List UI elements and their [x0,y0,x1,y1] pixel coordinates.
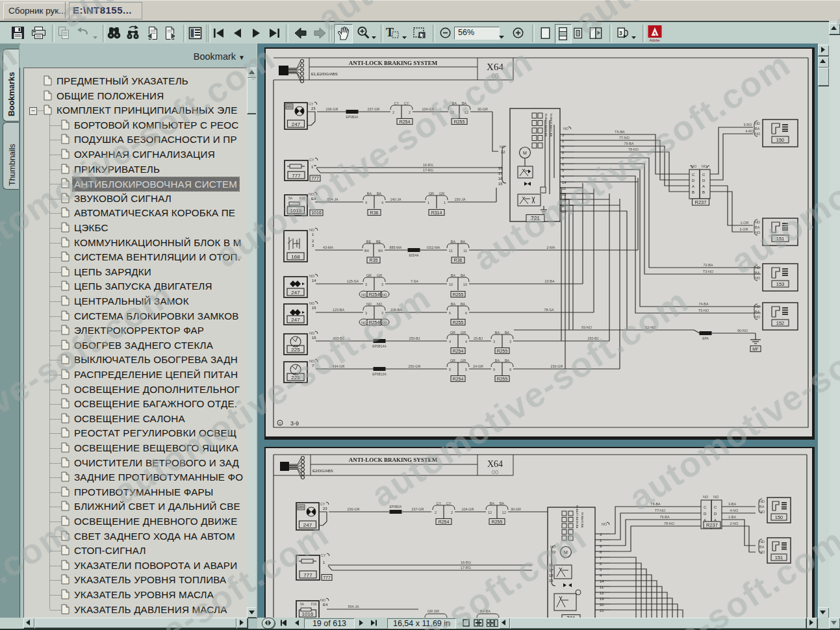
svg-text:79-BA: 79-BA [660,515,670,519]
svg-text:R254: R254 [453,377,464,381]
svg-text:R254: R254 [369,292,380,297]
svg-text:250-GR: 250-GR [409,364,421,368]
svg-text:78-NO: 78-NO [628,147,639,151]
svg-text:E054A: E054A [409,253,419,257]
svg-text:15: 15 [498,182,503,186]
svg-text:16: 16 [498,166,503,170]
svg-text:150-JA: 150-JA [454,197,465,201]
svg-text:CY: CY [446,501,452,505]
svg-text:R254: R254 [400,120,411,124]
svg-text:M: M [523,151,527,155]
svg-text:D: D [704,512,707,516]
svg-text:17-RG: 17-RG [423,168,433,172]
svg-text:NO: NO [377,302,382,306]
svg-text:NO: NO [755,231,761,234]
svg-text:CY: CY [309,158,314,162]
svg-text:E4: E4 [311,197,316,201]
svg-text:247: 247 [303,522,312,528]
svg-text:F16: F16 [299,196,305,200]
svg-text:D: D [714,512,717,516]
svg-text:E1,E2/DG/ABS: E1,E2/DG/ABS [311,72,338,76]
svg-text:17: 17 [549,568,554,572]
svg-text:237-GR: 237-GR [368,107,380,111]
svg-text:NO: NO [550,545,555,549]
svg-text:B4: B4 [364,249,369,253]
svg-text:30-GR: 30-GR [511,507,521,511]
svg-text:BA: BA [451,302,456,306]
svg-text:BA: BA [461,273,466,277]
svg-text:1016: 1016 [302,611,314,617]
svg-text:R237: R237 [695,199,707,205]
svg-text:5A: 5A [288,196,293,200]
svg-text:R36: R36 [454,258,463,262]
svg-text:59-BA 60-BA 61-BA: 59-BA 60-BA 61-BA [550,114,553,136]
svg-text:BA: BA [452,101,457,105]
svg-text:EP0B2A: EP0B2A [390,505,403,509]
svg-text:CY: CY [394,101,400,105]
svg-text:CY: CY [309,102,314,106]
svg-text:NO: NO [309,228,314,232]
svg-text:EP0B14A: EP0B14A [372,344,387,348]
svg-text:151: 151 [775,555,783,561]
svg-text:NO: NO [500,145,505,149]
svg-text:GR GR: GR GR [427,609,439,613]
svg-text:1: 1 [444,201,446,205]
svg-text:236-GR: 236-GR [326,107,338,111]
svg-text:12: 12 [450,110,454,114]
svg-text:9: 9 [493,368,495,372]
svg-text:150: 150 [776,137,785,143]
svg-text:NO: NO [602,522,607,526]
svg-text:777: 777 [303,572,312,578]
svg-text:3-9: 3-9 [290,420,299,427]
svg-text:NO: NO [382,293,387,297]
svg-text:T6-BA: T6-BA [650,502,661,506]
svg-text:15: 15 [549,579,554,583]
svg-text:721: 721 [531,215,540,221]
svg-text:NO: NO [309,274,314,278]
svg-text:NO: NO [703,495,709,499]
svg-text:ND: ND [755,121,760,125]
svg-text:4-NO: 4-NO [730,509,739,512]
svg-text:NO: NO [755,276,761,280]
svg-text:12: 12 [488,510,492,514]
svg-text:BA: BA [755,127,760,131]
svg-text:236-GR: 236-GR [348,507,360,511]
svg-text:237-GR: 237-GR [412,507,424,511]
svg-text:7-SA: 7-SA [411,279,418,283]
svg-text:R35: R35 [370,258,378,262]
svg-text:3: 3 [619,30,622,36]
svg-text:NO: NO [755,315,761,319]
svg-text:BA: BA [451,273,456,277]
svg-text:ABS: ABS [298,506,304,509]
svg-text:18: 18 [549,573,554,577]
svg-text:BA: BA [755,225,760,229]
svg-text:23-BA: 23-BA [545,279,555,283]
svg-text:R254: R254 [439,520,450,524]
svg-text:23: 23 [323,507,327,510]
svg-text:GR: GR [377,273,382,277]
svg-text:554-JA: 554-JA [348,605,359,609]
svg-text:BA: BA [367,192,372,195]
svg-text:D: D [692,179,695,183]
svg-text:22: 22 [552,550,556,554]
svg-text:BA: BA [495,331,500,334]
svg-text:2: 2 [312,239,314,243]
svg-text:554-JA: 554-JA [327,197,338,201]
svg-text:R255: R255 [454,120,465,124]
svg-text:GR: GR [461,359,466,362]
svg-text:225: 225 [291,375,300,381]
svg-text:24-GR: 24-GR [473,364,483,368]
svg-text:14: 14 [312,279,316,283]
svg-text:434-GR: 434-GR [333,364,345,368]
svg-text:10: 10 [463,283,467,286]
svg-text:TT-NO: TT-NO [655,509,665,512]
svg-text:GR: GR [429,192,434,195]
svg-text:22: 22 [501,150,505,154]
svg-text:NO: NO [309,359,314,363]
svg-text:NO: NO [361,321,366,325]
svg-text:R255: R255 [492,520,503,524]
svg-text:9: 9 [509,368,511,372]
svg-text:F16: F16 [311,602,317,606]
svg-text:00: 00 [492,468,499,475]
svg-text:151: 151 [776,236,785,242]
